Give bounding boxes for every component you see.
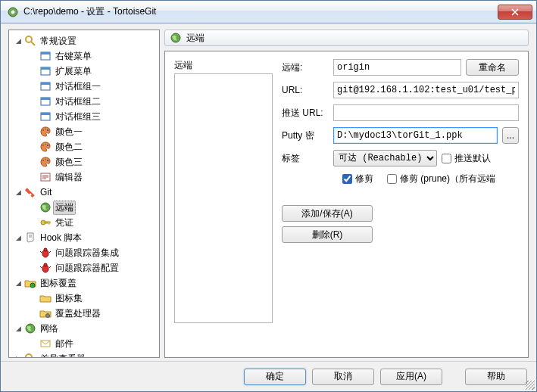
window-icon	[39, 65, 52, 77]
remote-input[interactable]	[333, 59, 461, 76]
tree-color2[interactable]: 颜色二	[26, 139, 158, 154]
apply-button[interactable]: 应用(A)	[380, 369, 442, 385]
git-icon	[24, 186, 36, 198]
remote-panel: 远端 远端: 重命名 URL:	[164, 51, 529, 358]
bug-icon	[39, 262, 52, 274]
svg-point-29	[30, 194, 32, 196]
remote-list-label: 远端	[174, 59, 273, 72]
magnifier-icon	[24, 35, 36, 47]
tree-general[interactable]: ◢ 常规设置	[11, 33, 158, 48]
rename-button[interactable]: 重命名	[466, 59, 519, 76]
tree-dlg3[interactable]: 对话框组三	[26, 109, 158, 124]
svg-point-44	[30, 283, 35, 288]
svg-point-1	[11, 10, 15, 14]
svg-line-39	[49, 251, 51, 253]
tree-overlay[interactable]: ◢ 图标覆盖	[11, 275, 158, 291]
svg-rect-33	[48, 222, 50, 225]
tree-mail[interactable]: 邮件	[26, 336, 158, 351]
tags-combo[interactable]: 可达 (Reachable)	[333, 150, 437, 166]
folder-overlay-icon	[24, 277, 36, 289]
mail-icon	[39, 338, 52, 350]
globe-icon	[170, 32, 182, 44]
window-icon	[39, 50, 52, 62]
delete-button[interactable]: 删除(R)	[282, 226, 373, 243]
help-button[interactable]: 帮助	[465, 369, 527, 385]
svg-point-20	[42, 160, 44, 161]
svg-rect-11	[41, 98, 50, 100]
svg-point-48	[26, 354, 32, 358]
palette-icon	[39, 126, 52, 138]
close-button[interactable]	[498, 5, 532, 20]
svg-point-19	[47, 145, 48, 146]
push-url-input[interactable]	[333, 104, 519, 121]
tree-context-menu[interactable]: 右键菜单	[26, 48, 158, 64]
bug-icon	[39, 247, 52, 259]
tree-iconset[interactable]: 图标集	[26, 291, 158, 306]
prune-all-checkbox[interactable]: 修剪 (prune)（所有远端	[387, 173, 495, 185]
tree-issue-config[interactable]: 问题跟踪器配置	[26, 260, 158, 275]
url-input[interactable]	[333, 82, 519, 98]
tree-remote[interactable]: 远端	[26, 200, 158, 215]
collapse-icon[interactable]: ◢	[14, 325, 23, 332]
app-icon	[7, 6, 19, 18]
window-icon	[39, 110, 52, 123]
svg-point-17	[42, 145, 44, 146]
tree-color1[interactable]: 颜色一	[26, 124, 158, 139]
tree-network[interactable]: ◢ 网络	[11, 321, 158, 336]
expand-icon[interactable]: ▷	[14, 355, 23, 358]
collapse-icon[interactable]: ◢	[14, 279, 23, 287]
svg-point-22	[47, 160, 48, 161]
remote-label: 远端:	[282, 61, 329, 74]
push-default-checkbox[interactable]: 推送默认	[442, 152, 491, 165]
svg-point-45	[46, 314, 50, 318]
folder-icon	[39, 292, 52, 304]
collapse-icon[interactable]: ◢	[14, 188, 23, 196]
url-label: URL:	[282, 85, 329, 95]
tree-dlg2[interactable]: 对话框组二	[26, 94, 158, 109]
section-title: 远端	[186, 32, 204, 45]
svg-point-37	[44, 248, 47, 251]
svg-rect-9	[41, 82, 50, 85]
globe-icon	[24, 322, 36, 334]
svg-point-15	[45, 129, 46, 130]
svg-point-21	[45, 159, 46, 160]
svg-line-3	[31, 42, 35, 45]
tree-handlers[interactable]: 覆盖处理器	[26, 306, 158, 321]
add-save-button[interactable]: 添加/保存(A)	[282, 205, 373, 222]
svg-line-43	[49, 266, 51, 268]
putty-key-input[interactable]	[333, 127, 498, 144]
remote-listbox[interactable]	[174, 73, 273, 323]
svg-point-16	[47, 129, 48, 131]
browse-button[interactable]: ...	[502, 127, 519, 144]
svg-point-2	[26, 36, 32, 42]
collapse-icon[interactable]: ◢	[14, 37, 23, 45]
tree-issue-integration[interactable]: 问题跟踪器集成	[26, 245, 158, 260]
prune-checkbox[interactable]: 修剪	[342, 173, 373, 185]
tree-editor[interactable]: 编辑器	[26, 170, 158, 185]
svg-rect-5	[41, 52, 50, 54]
ok-button[interactable]: 确定	[244, 369, 306, 385]
tree-ext-menu[interactable]: 扩展菜单	[26, 64, 158, 79]
titlebar: C:\repo\demo - 设置 - TortoiseGit	[1, 1, 536, 23]
tree-dlg1[interactable]: 对话框组一	[26, 79, 158, 94]
tree-hook[interactable]: ◢ Hook 脚本	[11, 230, 158, 245]
key-icon	[39, 216, 52, 229]
resize-grip[interactable]	[526, 381, 535, 390]
folder-gear-icon	[39, 307, 52, 319]
tags-label: 标签	[282, 152, 329, 165]
tree-color3[interactable]: 颜色三	[26, 154, 158, 170]
tree-git[interactable]: ◢ Git	[11, 185, 158, 200]
window-icon	[39, 95, 52, 107]
settings-tree[interactable]: ◢ 常规设置 右键菜单 扩展菜单 对话框组一 对话框组二 对话框组三 颜色一 颜…	[8, 30, 160, 358]
svg-point-18	[45, 144, 46, 145]
palette-icon	[39, 156, 52, 168]
tree-diff[interactable]: ▷ 差异查看器	[11, 351, 158, 358]
push-url-label: 推送 URL:	[282, 107, 329, 120]
svg-rect-7	[41, 67, 50, 70]
collapse-icon[interactable]: ◢	[14, 234, 23, 241]
svg-rect-13	[41, 113, 50, 115]
cancel-button[interactable]: 取消	[312, 369, 374, 385]
section-header: 远端	[164, 30, 529, 46]
tree-credential[interactable]: 凭证	[26, 215, 158, 230]
window-icon	[39, 80, 52, 92]
